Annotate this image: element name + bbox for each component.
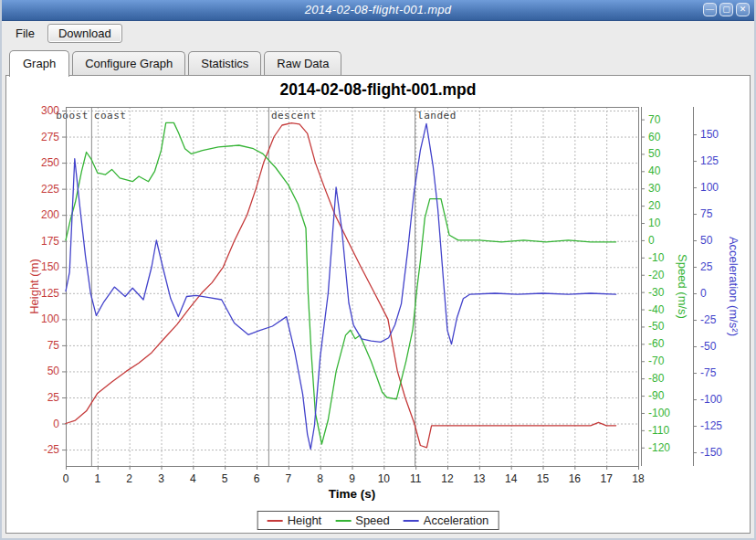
- acceleration-tick-label: -100: [700, 393, 722, 406]
- speed-tick-label: -110: [648, 424, 669, 437]
- acceleration-tick-label: -50: [700, 340, 717, 353]
- acceleration-tick-label: 50: [700, 234, 713, 247]
- acceleration-tick-label: 150: [700, 128, 719, 141]
- series-line-height: [66, 123, 616, 448]
- acceleration-tick-label: -125: [700, 419, 722, 432]
- acceleration-axis-title: Acceleration (m/s²): [727, 237, 740, 336]
- time-tick-label: 10: [378, 472, 391, 485]
- height-tick-label: 75: [47, 339, 60, 352]
- time-axis-title: Time (s): [329, 487, 376, 501]
- annotation-landed: landed: [417, 110, 457, 122]
- legend-item-acceleration: Acceleration: [404, 514, 489, 527]
- speed-tick-label: 60: [648, 131, 661, 143]
- height-tick-label: 25: [47, 391, 60, 404]
- speed-tick-label: -50: [648, 320, 665, 333]
- legend-label: Height: [288, 514, 322, 527]
- speed-tick-label: -80: [648, 372, 665, 385]
- speed-tick-label: -10: [648, 251, 665, 264]
- height-tick-label: 175: [41, 235, 59, 248]
- tab-raw-data[interactable]: Raw Data: [264, 51, 341, 75]
- speed-tick-label: -70: [648, 355, 665, 367]
- time-tick-label: 14: [505, 472, 518, 485]
- tab-bar: Graph Configure Graph Statistics Raw Dat…: [9, 51, 341, 75]
- legend-item-height: Height: [268, 514, 322, 527]
- annotation-boost: boost: [56, 110, 89, 122]
- chart-legend: HeightSpeedAcceleration: [257, 511, 499, 530]
- acceleration-tick-label: 0: [700, 287, 707, 300]
- acceleration-tick-label: -75: [700, 366, 717, 379]
- series-line-speed: [66, 122, 616, 444]
- height-tick-label: 0: [53, 418, 59, 430]
- legend-swatch-height: [268, 520, 283, 522]
- speed-tick-label: -40: [648, 303, 665, 316]
- time-tick-label: 7: [285, 472, 291, 485]
- plot-gridlines: [66, 107, 639, 466]
- height-tick-label: -25: [44, 443, 60, 456]
- app-window: 2014-02-08-flight-001.mpd — ▢ ✕ File Dow…: [0, 0, 756, 540]
- height-axis: 3002752502252001751501251007550250-25Hei…: [27, 104, 66, 456]
- speed-tick-label: -120: [648, 441, 670, 454]
- time-tick-label: 8: [317, 472, 323, 485]
- height-tick-label: 50: [47, 365, 60, 377]
- acceleration-axis: 1501251007550250-25-50-75-100-125-150Acc…: [693, 107, 740, 466]
- height-tick-label: 225: [41, 183, 59, 196]
- time-tick-label: 11: [410, 472, 422, 485]
- height-tick-label: 150: [41, 260, 59, 273]
- speed-tick-label: -90: [648, 389, 665, 402]
- height-tick-label: 275: [41, 131, 59, 143]
- height-tick-label: 100: [41, 312, 59, 325]
- height-tick-label: 300: [41, 104, 59, 117]
- annotation-descent: descent: [271, 110, 317, 122]
- acceleration-tick-label: 25: [700, 260, 713, 273]
- acceleration-tick-label: -25: [700, 313, 717, 326]
- annotation-coast: coast: [94, 110, 127, 122]
- speed-tick-label: -20: [648, 269, 665, 281]
- height-tick-label: 250: [41, 156, 59, 169]
- legend-item-speed: Speed: [335, 514, 390, 527]
- acceleration-tick-label: 100: [700, 181, 719, 194]
- time-tick-label: 5: [222, 472, 228, 485]
- time-tick-label: 2: [126, 472, 132, 485]
- legend-label: Acceleration: [424, 514, 489, 527]
- speed-axis: 706050403020100-10-20-30-40-50-60-70-80-…: [641, 107, 689, 466]
- time-tick-label: 9: [349, 472, 355, 485]
- time-tick-label: 12: [441, 472, 454, 485]
- speed-tick-label: -60: [648, 337, 665, 350]
- height-tick-label: 125: [41, 287, 59, 300]
- series-line-acceleration: [66, 123, 616, 449]
- time-tick-label: 0: [63, 472, 69, 485]
- tab-configure-graph[interactable]: Configure Graph: [72, 51, 185, 75]
- time-tick-label: 16: [569, 472, 582, 485]
- speed-tick-label: 70: [648, 113, 661, 126]
- time-tick-label: 6: [254, 472, 260, 485]
- time-tick-label: 3: [158, 472, 164, 485]
- speed-tick-label: 30: [648, 182, 661, 195]
- acceleration-tick-label: 75: [700, 207, 713, 220]
- tab-statistics[interactable]: Statistics: [188, 51, 261, 75]
- time-tick-label: 1: [94, 472, 100, 485]
- tab-graph[interactable]: Graph: [9, 50, 69, 77]
- legend-label: Speed: [355, 514, 390, 527]
- flight-state-markers: boostcoastdescentlanded: [56, 107, 457, 466]
- time-tick-label: 18: [632, 472, 645, 485]
- acceleration-tick-label: -150: [700, 446, 722, 459]
- time-tick-label: 4: [190, 472, 196, 485]
- speed-tick-label: -100: [648, 407, 670, 419]
- time-tick-label: 17: [600, 472, 613, 485]
- time-tick-label: 13: [473, 472, 486, 485]
- speed-tick-label: 20: [648, 199, 661, 212]
- flight-chart[interactable]: boostcoastdescentlanded01234567891011121…: [2, 0, 756, 540]
- legend-swatch-acceleration: [404, 520, 419, 522]
- height-tick-label: 200: [41, 208, 59, 221]
- time-tick-label: 15: [537, 472, 550, 485]
- time-axis: 0123456789101112131415161718Time (s): [63, 466, 645, 501]
- speed-tick-label: 0: [648, 234, 655, 247]
- speed-tick-label: 40: [648, 164, 661, 177]
- speed-axis-title: Speed (m/s): [676, 254, 689, 319]
- speed-tick-label: 50: [648, 147, 661, 160]
- acceleration-tick-label: 125: [700, 154, 719, 167]
- legend-swatch-speed: [335, 520, 351, 522]
- speed-tick-label: -30: [648, 286, 665, 299]
- height-axis-title: Height (m): [27, 259, 41, 314]
- speed-tick-label: 10: [648, 217, 661, 229]
